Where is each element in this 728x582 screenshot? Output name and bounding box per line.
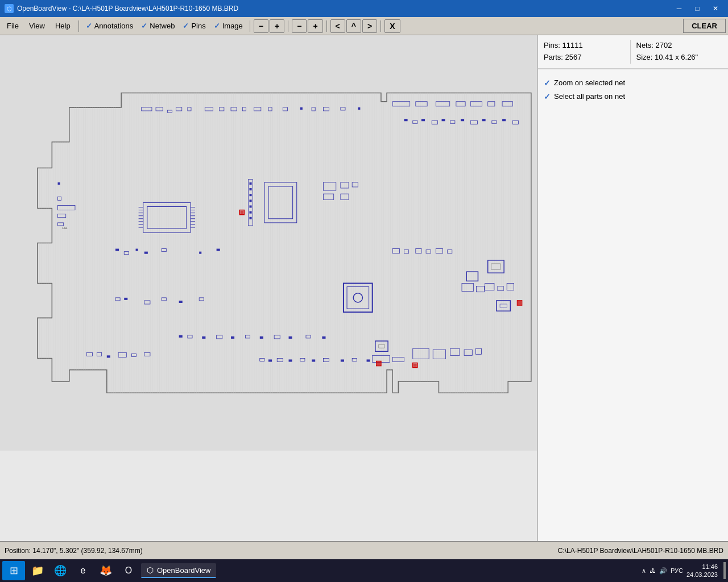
taskbar-time-value: 11:46 <box>686 563 718 571</box>
taskbar-show-desktop[interactable] <box>723 562 726 579</box>
sep-5 <box>380 20 381 32</box>
svg-text:LA1: LA1 <box>63 226 68 230</box>
openboardview-taskbar-app[interactable]: ⬡ OpenBoardView <box>141 563 216 578</box>
pins-label: Pins <box>191 22 205 30</box>
maximize-button[interactable]: □ <box>689 2 705 15</box>
taskbar-app-icon: ⬡ <box>147 566 154 575</box>
firefox-icon[interactable]: 🦊 <box>96 561 116 580</box>
svg-rect-90 <box>518 301 521 305</box>
view-menu[interactable]: View <box>24 19 49 32</box>
image-label: Image <box>222 22 243 30</box>
pins-checkmark: ✓ <box>183 22 189 30</box>
nav-up-button[interactable]: ^ <box>346 19 361 33</box>
options-area: ✓ Zoom on selected net ✓ Select all part… <box>538 69 728 110</box>
parts-value: 2567 <box>565 53 582 61</box>
clear-button[interactable]: CLEAR <box>683 19 726 33</box>
title-area: ⬡ OpenBoardView - C:\LA-H501P Boardview\… <box>5 4 238 13</box>
sep-3 <box>288 20 288 32</box>
pins-stat: Pins: 11111 <box>544 40 630 52</box>
right-panel: Pins: 11111 Parts: 2567 Nets: 2702 Size:… <box>537 35 728 541</box>
taskbar: ⊞ 📁 🌐 e 🦊 O ⬡ OpenBoardView ∧ 🖧 🔊 РУС 11… <box>0 559 728 582</box>
scroll-minus-button[interactable]: − <box>292 19 307 33</box>
svg-rect-74 <box>124 298 127 300</box>
file-menu[interactable]: File <box>2 19 23 32</box>
svg-rect-72 <box>217 249 220 251</box>
netweb-label: Netweb <box>150 22 175 30</box>
svg-rect-137 <box>502 119 506 121</box>
tray-volume-icon[interactable]: 🔊 <box>659 567 667 575</box>
svg-rect-103 <box>413 364 417 367</box>
opera-icon[interactable]: O <box>118 561 139 580</box>
taskbar-clock: 11:46 24.03.2023 <box>686 563 718 579</box>
tray-expand-icon[interactable]: ∧ <box>642 567 646 575</box>
board-svg[interactable]: LA1 <box>0 35 537 451</box>
start-button[interactable]: ⊞ <box>2 561 25 580</box>
select-parts-checkmark: ✓ <box>544 92 551 101</box>
svg-rect-26 <box>58 182 60 185</box>
app-icon: ⬡ <box>5 4 14 13</box>
svg-rect-131 <box>442 119 445 121</box>
netweb-checkmark: ✓ <box>141 22 147 30</box>
svg-rect-77 <box>179 301 183 303</box>
svg-rect-116 <box>322 336 325 339</box>
parts-stat: Parts: 2567 <box>544 52 630 64</box>
nav-left-button[interactable]: < <box>330 19 345 33</box>
zoom-plus-button[interactable]: + <box>270 19 284 33</box>
size-value: 10.41 x 6.26" <box>655 53 698 61</box>
pins-label: Pins: <box>544 41 560 49</box>
window-controls: ─ □ ✕ <box>671 2 723 15</box>
file-manager-icon[interactable]: 📁 <box>27 561 48 580</box>
minimize-button[interactable]: ─ <box>671 2 687 15</box>
titlebar: ⬡ OpenBoardView - C:\LA-H501P Boardview\… <box>0 0 728 17</box>
stats-row: Pins: 11111 Parts: 2567 Nets: 2702 Size:… <box>538 35 728 69</box>
svg-rect-51 <box>250 188 252 190</box>
svg-rect-50 <box>250 182 252 185</box>
taskbar-app-label: OpenBoardView <box>157 566 210 575</box>
svg-rect-68 <box>136 249 138 251</box>
tray-network-icon[interactable]: 🖧 <box>650 567 656 574</box>
nets-stat: Nets: 2702 <box>636 40 723 52</box>
svg-rect-106 <box>179 335 183 338</box>
svg-rect-126 <box>367 359 370 361</box>
annotations-label: Annotations <box>94 22 134 30</box>
close-button[interactable]: ✕ <box>708 2 723 15</box>
browser-icon[interactable]: 🌐 <box>50 561 71 580</box>
netweb-toggle[interactable]: ✓ Netweb <box>138 20 178 31</box>
position-text: Position: 14.170", 5.302" (359.92, 134.6… <box>5 547 143 555</box>
svg-rect-150 <box>379 344 384 348</box>
svg-rect-54 <box>250 205 252 207</box>
tray-language[interactable]: РУС <box>671 567 683 574</box>
zoom-on-net-option[interactable]: ✓ Zoom on selected net <box>544 76 722 90</box>
close-file-button[interactable]: X <box>384 19 400 33</box>
help-menu[interactable]: Help <box>51 19 75 32</box>
size-label: Size: <box>636 53 653 61</box>
parts-label: Parts: <box>544 53 563 61</box>
svg-rect-114 <box>289 336 292 339</box>
select-parts-label: Select all parts on net <box>554 92 625 101</box>
svg-rect-56 <box>250 217 252 219</box>
pins-value: 11111 <box>562 41 583 49</box>
scroll-plus-button[interactable]: + <box>308 19 322 33</box>
annotations-toggle[interactable]: ✓ Annotations <box>82 20 137 31</box>
ie-icon[interactable]: e <box>73 561 93 580</box>
nav-right-button[interactable]: > <box>362 19 377 33</box>
select-parts-option[interactable]: ✓ Select all parts on net <box>544 90 722 103</box>
svg-rect-133 <box>461 119 464 121</box>
pins-toggle[interactable]: ✓ Pins <box>179 20 209 31</box>
svg-rect-52 <box>250 194 252 196</box>
svg-rect-120 <box>289 359 292 361</box>
svg-rect-135 <box>482 119 486 121</box>
annotations-checkmark: ✓ <box>86 22 92 30</box>
svg-rect-122 <box>312 359 315 361</box>
zoom-minus-button[interactable]: − <box>254 19 268 33</box>
window-title: OpenBoardView - C:\LA-H501P Boardview\LA… <box>17 5 238 13</box>
filepath-text: C:\LA-H501P Boardview\LAH501P-R10-1650 M… <box>558 547 723 555</box>
nets-value: 2702 <box>655 41 672 49</box>
svg-rect-18 <box>358 107 360 110</box>
image-toggle[interactable]: ✓ Image <box>210 20 246 31</box>
board-canvas-area[interactable]: LA1 <box>0 35 537 541</box>
sep-2 <box>250 20 250 32</box>
svg-rect-110 <box>231 336 234 339</box>
svg-rect-129 <box>421 119 425 121</box>
svg-rect-88 <box>500 304 507 307</box>
